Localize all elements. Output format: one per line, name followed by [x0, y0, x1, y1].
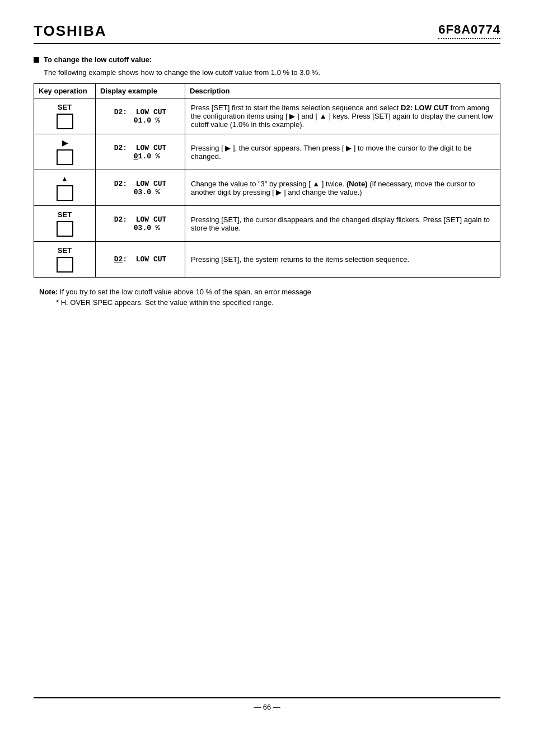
- page-header: TOSHIBA 6F8A0774: [34, 22, 500, 44]
- key-op-set-1: SET: [34, 98, 96, 134]
- display-right: D2: LOW CUT 01.0 %: [96, 134, 185, 170]
- key-label-set-1: SET: [40, 103, 90, 111]
- note-label: Note:: [39, 288, 58, 296]
- section-title-text: To change the low cutoff value:: [44, 55, 152, 64]
- key-label-set-2: SET: [40, 210, 90, 219]
- display-line2-set-1: 01.0 %: [101, 116, 179, 125]
- doc-number: 6F8A0774: [438, 22, 500, 39]
- display-line1-set-1: D2: LOW CUT: [101, 108, 179, 116]
- desc-set-2: Pressing [SET], the cursor disappears an…: [185, 206, 500, 242]
- section-bullet-title: To change the low cutoff value:: [34, 55, 500, 64]
- key-label-right: ▶: [40, 139, 90, 147]
- key-op-up: ▲: [34, 170, 96, 206]
- col-header-key: Key operation: [34, 84, 96, 98]
- note-sub: * H. OVER SPEC appears. Set the value wi…: [56, 298, 500, 307]
- table-row: SET D2: LOW CUT Pressing [SET], the syst…: [34, 242, 500, 278]
- display-line2-up: 03.0 %: [101, 188, 179, 196]
- bullet-icon: [34, 57, 39, 63]
- display-line1-set-2: D2: LOW CUT: [101, 215, 179, 224]
- key-label-up: ▲: [40, 175, 90, 183]
- instruction-table: Key operation Display example Descriptio…: [34, 83, 500, 278]
- desc-set-1: Press [SET] first to start the items sel…: [185, 98, 500, 134]
- key-box-up: [57, 185, 73, 201]
- table-row: ▶ D2: LOW CUT 01.0 % Pressing [ ▶ ], the…: [34, 134, 500, 170]
- key-box-set-2: [57, 221, 73, 237]
- desc-up: Change the value to "3" by pressing [ ▲ …: [185, 170, 500, 206]
- display-line1-right: D2: LOW CUT: [101, 144, 179, 152]
- desc-set-3: Pressing [SET], the system returns to th…: [185, 242, 500, 278]
- table-row: SET D2: LOW CUT 01.0 % Press [SET] first…: [34, 98, 500, 134]
- table-row: SET D2: LOW CUT 03.0 % Pressing [SET], t…: [34, 206, 500, 242]
- key-box-set-3: [57, 257, 73, 273]
- display-up: D2: LOW CUT 03.0 %: [96, 170, 185, 206]
- key-box-set-1: [57, 114, 73, 129]
- table-row: ▲ D2: LOW CUT 03.0 % Change the value to…: [34, 170, 500, 206]
- page-number: — 66 —: [254, 703, 280, 711]
- key-label-set-3: SET: [40, 246, 90, 255]
- display-line1-set-3: D2: LOW CUT: [101, 255, 179, 264]
- key-op-right: ▶: [34, 134, 96, 170]
- logo: TOSHIBA: [34, 22, 107, 40]
- col-header-display: Display example: [96, 84, 185, 98]
- desc-right: Pressing [ ▶ ], the cursor appears. Then…: [185, 134, 500, 170]
- intro-text: The following example shows how to chang…: [44, 68, 500, 77]
- display-line2-set-2: 03.0 %: [101, 224, 179, 232]
- note-section: Note: If you try to set the low cutoff v…: [39, 288, 500, 307]
- key-op-set-2: SET: [34, 206, 96, 242]
- page-footer: — 66 —: [34, 697, 500, 711]
- display-line1-up: D2: LOW CUT: [101, 180, 179, 188]
- key-op-set-3: SET: [34, 242, 96, 278]
- col-header-desc: Description: [185, 84, 500, 98]
- display-set-2: D2: LOW CUT 03.0 %: [96, 206, 185, 242]
- key-box-right: [57, 149, 73, 165]
- display-set-1: D2: LOW CUT 01.0 %: [96, 98, 185, 134]
- note-text: If you try to set the low cutoff value a…: [60, 288, 311, 296]
- display-line2-right: 01.0 %: [101, 152, 179, 161]
- display-set-3: D2: LOW CUT: [96, 242, 185, 278]
